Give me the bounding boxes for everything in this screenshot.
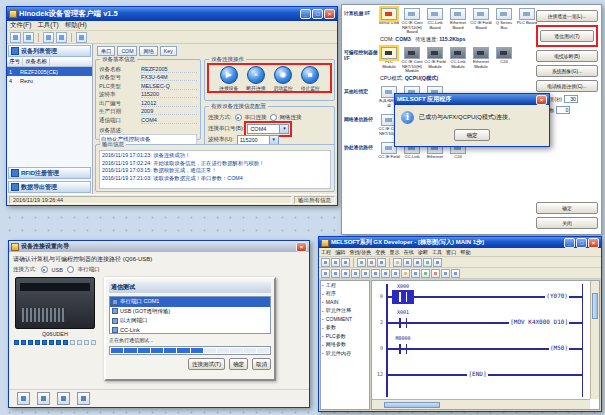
disconnect-icon[interactable] bbox=[23, 32, 34, 43]
project-tree-item[interactable]: 参数 bbox=[321, 324, 369, 333]
plc-if-ethernet-module[interactable]: Ethernet Module bbox=[470, 47, 492, 73]
menu-edit[interactable]: 编辑 bbox=[335, 249, 345, 256]
horizontal-scrollbar[interactable] bbox=[372, 399, 590, 409]
plc-if-cclink-module[interactable]: CC-Link Module bbox=[447, 47, 469, 73]
pc-if-ccie-field-board[interactable]: CC IE Field Board bbox=[470, 8, 492, 34]
ladder-contact[interactable]: X001 bbox=[396, 310, 410, 331]
menu-help[interactable]: 帮助 bbox=[460, 249, 470, 256]
scroll-thumb[interactable] bbox=[384, 402, 440, 408]
connect-icon[interactable] bbox=[10, 32, 21, 43]
pc-if-serial-usb[interactable]: Serial USB bbox=[378, 8, 400, 34]
minimize-button[interactable]: _ bbox=[300, 9, 311, 19]
network-mode-radio[interactable] bbox=[270, 114, 277, 121]
ladder-contact[interactable]: M8000 bbox=[396, 336, 410, 357]
plc-if-ccie-cont-module[interactable]: CC IE Cont NET/10(H) Module bbox=[401, 47, 423, 73]
ladder-rung[interactable]: 9 M8000 (M50) bbox=[372, 335, 589, 359]
quick-tab-serial[interactable]: 串口 bbox=[97, 46, 115, 56]
save-icon[interactable] bbox=[341, 258, 350, 267]
menu-window[interactable]: 窗口 bbox=[446, 249, 456, 256]
find-icon[interactable] bbox=[393, 258, 402, 267]
start-monitor-button[interactable]: ◉ bbox=[274, 66, 292, 84]
end-instruction[interactable]: [END] bbox=[467, 370, 487, 377]
edit-mode-icon[interactable] bbox=[441, 269, 450, 278]
connection-test-button[interactable]: 连接测试(T) bbox=[188, 358, 225, 370]
project-tree-item[interactable]: MAIN bbox=[321, 298, 369, 307]
menu-find[interactable]: 查找/替换 bbox=[349, 249, 371, 256]
quick-tab-network[interactable]: 网络 bbox=[139, 46, 157, 56]
disconnect-device-button[interactable]: × bbox=[247, 66, 265, 84]
list-item[interactable]: 以太网端口 bbox=[110, 316, 270, 326]
project-tree-item[interactable]: 软元件注释 bbox=[321, 307, 369, 316]
ok-button[interactable]: 确定 bbox=[536, 202, 598, 214]
device-row[interactable]: 4 Rezu bbox=[7, 76, 92, 85]
pc-if-plc-board[interactable]: PLC Board bbox=[516, 8, 538, 34]
stop-monitor-button[interactable]: ■ bbox=[301, 66, 319, 84]
project-tree-item[interactable]: 程序 bbox=[321, 290, 369, 299]
system-image-button[interactable]: 系统图像(G)... bbox=[536, 65, 598, 77]
baud-rate-dropdown[interactable]: 115200 ▼ bbox=[237, 135, 279, 145]
sidebar-section-rfid[interactable]: RFID注册管理 bbox=[8, 167, 91, 179]
plc-if-plc-module[interactable]: PLC Module bbox=[378, 47, 400, 73]
ladder-rung[interactable]: 0 X000 (Y070) bbox=[372, 283, 589, 307]
project-tree-item[interactable]: 软元件内存 bbox=[321, 349, 369, 358]
ladder-rung[interactable]: 2 X001 [MOV K4X000 D10] bbox=[372, 309, 589, 333]
cable-diagnosis-button[interactable]: 电缆诊断(B) bbox=[536, 50, 598, 62]
menu-help[interactable]: 帮助(H) bbox=[65, 21, 87, 30]
ladder-coil[interactable]: (Y070) bbox=[545, 292, 569, 299]
zoom-icon[interactable] bbox=[403, 258, 412, 267]
scroll-thumb[interactable] bbox=[592, 293, 598, 319]
project-tree-item[interactable]: PLC参数 bbox=[321, 332, 369, 341]
open-contact-icon[interactable] bbox=[321, 269, 330, 278]
delete-row-icon[interactable] bbox=[431, 269, 440, 278]
log-box[interactable]: 2016/11/19 17:01:23: 设备连接成功！ 2016/11/19 … bbox=[99, 150, 331, 189]
delete-line-icon[interactable] bbox=[401, 269, 410, 278]
insert-row-icon[interactable] bbox=[421, 269, 430, 278]
horizontal-line-icon[interactable] bbox=[371, 269, 380, 278]
maximize-button[interactable]: □ bbox=[576, 238, 587, 248]
open-icon[interactable] bbox=[331, 258, 340, 267]
close-icon[interactable]: × bbox=[536, 95, 547, 105]
channel-list-button[interactable]: 连接通道一览(L)... bbox=[536, 10, 598, 22]
new-icon[interactable] bbox=[321, 258, 330, 267]
list-item[interactable]: 串行端口 COM1 bbox=[110, 297, 270, 307]
interface-listbox[interactable]: 串行端口 COM1 USB (GOT透明传输) 以太网端口 CC-Link bbox=[109, 296, 271, 334]
quick-tab-com[interactable]: COM bbox=[117, 46, 137, 56]
menu-tools[interactable]: 工具 bbox=[432, 249, 442, 256]
falling-pulse-icon[interactable] bbox=[391, 269, 400, 278]
phone-line-button[interactable]: 电话线路连接(C)... bbox=[536, 80, 598, 92]
monitor-icon[interactable] bbox=[76, 32, 87, 43]
project-tree-item[interactable]: 网络参数 bbox=[321, 341, 369, 350]
device-icon[interactable] bbox=[57, 392, 70, 405]
usb-mode-radio[interactable] bbox=[41, 266, 48, 273]
plc-if-ccie-field-module[interactable]: CC IE Field Module bbox=[424, 47, 446, 73]
ladder-editor[interactable]: 0 X000 (Y070) 2 X001 [MOV K4X000 D10] bbox=[371, 280, 600, 410]
read-icon[interactable] bbox=[43, 32, 54, 43]
menu-view[interactable]: 显示 bbox=[389, 249, 399, 256]
close-button[interactable]: × bbox=[588, 238, 599, 248]
ladder-rung[interactable]: 12 [END] bbox=[372, 361, 589, 385]
menu-diagnostics[interactable]: 诊断 bbox=[418, 249, 428, 256]
title-bar[interactable]: MELSOFT系列 GX Developer - [梯形图(写入) MAIN 1… bbox=[319, 237, 601, 248]
sidebar-section-device-list[interactable]: 设备列表管理 bbox=[8, 45, 91, 57]
convert-icon[interactable] bbox=[423, 258, 432, 267]
help-icon[interactable] bbox=[433, 258, 442, 267]
list-item[interactable]: USB (GOT透明传输) bbox=[110, 307, 270, 317]
application-instruction-icon[interactable] bbox=[351, 269, 360, 278]
menu-project[interactable]: 工程 bbox=[321, 249, 331, 256]
ladder-coil[interactable]: (M50) bbox=[549, 344, 569, 351]
device-icon[interactable] bbox=[77, 392, 90, 405]
device-row[interactable]: 1 REZF2005(CE) bbox=[7, 67, 92, 76]
com-port-dropdown[interactable]: COM4 ▼ bbox=[247, 124, 289, 134]
sidebar-section-export[interactable]: 数据导出管理 bbox=[8, 181, 91, 193]
ladder-instruction[interactable]: [MOV K4X000 D10] bbox=[509, 318, 569, 325]
pc-if-ccie-cont-board[interactable]: CC IE Cont NET/10(H) Board bbox=[401, 8, 423, 34]
pc-if-ethernet-board[interactable]: Ethernet Board bbox=[447, 8, 469, 34]
menu-convert[interactable]: 变换 bbox=[375, 249, 385, 256]
ok-button[interactable]: 确定 bbox=[229, 358, 248, 370]
pc-if-q-series-bus[interactable]: Q Series Bus bbox=[493, 8, 515, 34]
close-button[interactable]: × bbox=[296, 242, 307, 252]
title-bar[interactable]: 设备连接设置向导 × bbox=[9, 241, 309, 252]
msgbox-ok-button[interactable]: 确定 bbox=[454, 129, 490, 141]
connect-device-button[interactable]: ▶ bbox=[220, 66, 238, 84]
device-icon[interactable] bbox=[17, 392, 30, 405]
